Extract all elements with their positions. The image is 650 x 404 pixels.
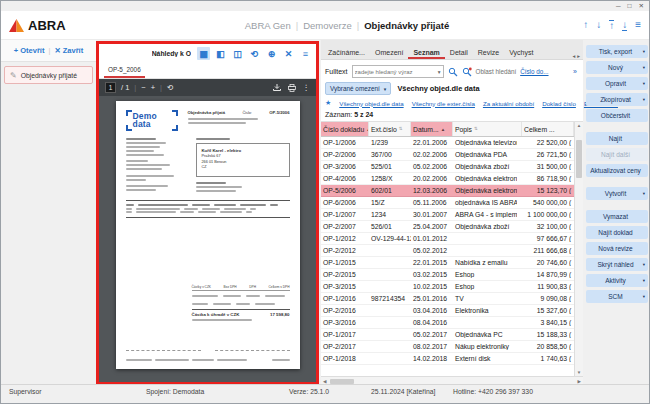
table-row[interactable]: OP-1/2012OV-129-44-1201.01.201297 666,67… [321, 233, 574, 245]
tab-1[interactable]: Začínáme... [323, 45, 370, 59]
maximize-button[interactable]: □ [628, 2, 632, 10]
sidebar-button[interactable]: Tisk, export▾ [586, 45, 648, 58]
table-row[interactable]: OP-2/201708.02.2017Nákup elektroniky20 8… [321, 341, 574, 353]
table-row[interactable]: OP-1/201698721435425.01.2016TV9 090,08( [321, 293, 574, 305]
table-row[interactable]: OP-1/201705.02.2017Objednávka PC15 188,3… [321, 329, 574, 341]
tab-4[interactable]: Detail [445, 45, 473, 59]
sidebar-button[interactable]: Vymazat [586, 210, 648, 223]
image-preview-icon[interactable]: ▦ [197, 47, 210, 60]
rotate-page-icon[interactable]: ⟲ [167, 83, 173, 92]
table-row[interactable]: OP-2/2006367/0002.02.2006Objednávka PDA2… [321, 149, 574, 161]
zoom-out-button[interactable]: − [141, 83, 145, 92]
scroll-up-icon[interactable]: ▲ [575, 123, 583, 128]
sidebar-button[interactable]: Zkopírovat▾ [586, 93, 648, 106]
move-down-icon[interactable]: ↓ [596, 20, 601, 30]
main-area: + Otevřít | ✕ Zavřít ✎ Objednávky přijat… [1, 40, 649, 386]
move-first-icon[interactable]: ↑ [609, 20, 614, 31]
move-last-icon[interactable]: ↓ [622, 20, 627, 31]
split-left-icon[interactable]: ◧ [214, 47, 227, 60]
quick-link[interactable]: Doklad číslo [542, 100, 576, 107]
scrollbar-thumb[interactable] [576, 140, 582, 178]
tab-prev-icon[interactable]: ◂ [572, 53, 575, 59]
preview-document-tab[interactable]: OP-5_2006 [104, 63, 145, 78]
column-header[interactable]: Popis⇅ [453, 122, 522, 136]
header-nav-icons: ↑↓↑↓≡ [555, 20, 641, 31]
column-header[interactable]: Datum...▲ [411, 122, 453, 136]
table-row[interactable]: OP-1/2007123430.01.2007ABRA G4 - s imple… [321, 209, 574, 221]
table-row[interactable]: OP-2/201205.02.2012211 666,68( [321, 245, 574, 257]
search-area-link[interactable]: Číslo do... [520, 68, 548, 75]
minimize-button[interactable]: ─ [616, 2, 621, 10]
menu-icon[interactable]: ≡ [299, 47, 312, 60]
tab-5[interactable]: Revize [473, 45, 504, 59]
cell: 987214354 [369, 295, 411, 302]
column-label: Popis [455, 126, 472, 133]
tab-next-icon[interactable]: ▸ [577, 53, 580, 59]
sidebar-button[interactable]: SCM▾ [586, 290, 648, 303]
column-header[interactable]: Celkem ... [522, 122, 574, 136]
sidebar-button[interactable]: Aktualizovat ceny [586, 164, 648, 177]
tab-2[interactable]: Omezení [370, 45, 408, 59]
cell: 02.02.2006 [411, 151, 453, 158]
preview-toolbar: Náhledy k O ▦◧◫⟲⊕✕≡ [99, 44, 316, 63]
quick-link[interactable]: Všechny dle exter.čísla [412, 100, 475, 107]
sidebar-button[interactable]: Skrýt náhled▾ [586, 258, 648, 271]
close-button[interactable]: ✕ [639, 2, 644, 10]
sidebar-button[interactable]: Nový▾ [586, 61, 648, 74]
table-row[interactable]: OP-1/20061/23922.01.2006Objednávka telev… [321, 137, 574, 149]
search-next-icon[interactable] [462, 67, 472, 77]
open-agenda-button[interactable]: + Otevřít [14, 46, 45, 55]
table-row[interactable]: OP-1/201522.01.2015Nabídka z emailu20 74… [321, 257, 574, 269]
sidebar-button[interactable]: Nová revize [586, 242, 648, 255]
table-row[interactable]: OP-3/201608.04.20163 840,15( [321, 317, 574, 329]
table-row[interactable]: OP-5/2006602/0112.03.2006Objednávka elek… [321, 185, 574, 197]
toolbar-separator: | [48, 46, 50, 55]
chevron-down-icon: ▾ [643, 49, 645, 54]
page-number-input[interactable]: 1 [105, 82, 116, 93]
download-icon[interactable] [273, 84, 281, 92]
sidebar-button[interactable]: Aktivity▾ [586, 274, 648, 287]
zoom-in-button[interactable]: + [151, 83, 155, 92]
agenda-list-item[interactable]: ✎ Objednávky přijaté [4, 66, 93, 84]
restriction-dropdown[interactable]: Vybrané omezení ▾ [325, 82, 391, 95]
sidebar-button[interactable]: Občerstvit [586, 109, 648, 122]
status-hotline: Hotline: +420 296 397 330 [453, 388, 533, 395]
breadcrumb-separator: | [357, 20, 359, 31]
more-options-icon[interactable]: ⋮ [303, 83, 311, 92]
table-row[interactable]: OP-2/2007526/0125.04.2007Objednávka zbož… [321, 221, 574, 233]
tab-6[interactable]: Vychyst [504, 45, 538, 59]
quick-link[interactable]: Všechny objed.dle data [339, 100, 403, 107]
sidebar-button[interactable]: Opravit▾ [586, 77, 648, 90]
table-row[interactable]: OP-3/201510.02.2015Eshop11 900,83( [321, 281, 574, 293]
chevron-down-icon[interactable]: ▾ [438, 69, 443, 75]
globe-icon[interactable]: ⊕ [265, 47, 278, 60]
print-icon[interactable] [288, 84, 296, 92]
table-row[interactable]: OP-4/20061258/X20.02.2006Objednávka elek… [321, 173, 574, 185]
close-agenda-button[interactable]: ✕ Zavřít [54, 46, 83, 55]
fulltext-input[interactable] [353, 69, 438, 75]
search-icon[interactable] [448, 67, 458, 77]
move-up-icon[interactable]: ↑ [583, 20, 588, 30]
table-row[interactable]: OP-3/2006525/0105.02.2006Objednávka zbož… [321, 161, 574, 173]
column-header[interactable]: Číslo dokladu▲ [321, 122, 369, 136]
quick-link[interactable]: Za aktuální období [483, 100, 534, 107]
close-icon[interactable]: ✕ [282, 47, 295, 60]
column-header[interactable]: Ext.číslo⇅ [369, 122, 411, 136]
sidebar-button[interactable]: Najít [586, 132, 648, 145]
table-row[interactable]: OP-2/201503.02.2015Eshop14 870,99( [321, 269, 574, 281]
scroll-down-icon[interactable]: ▼ [575, 370, 583, 375]
rotate-icon[interactable]: ⟲ [248, 47, 261, 60]
more-link[interactable]: » [573, 68, 579, 75]
favorite-star-icon[interactable]: ★ [325, 99, 331, 107]
split-columns-icon[interactable]: ◫ [231, 47, 244, 60]
table-row[interactable]: OP-6/200615/Z05.11.2006objednávka IS ABR… [321, 197, 574, 209]
menu-icon[interactable]: ≡ [635, 20, 641, 30]
cell: 31 500,00 [517, 163, 569, 170]
table-row[interactable]: OP-1/201814.02.2018Externí disk1 740,63( [321, 353, 574, 365]
table-row[interactable]: OP-2/201603.04.2016Elektronika15 327,60( [321, 305, 574, 317]
vertical-scrollbar[interactable]: ▲ ▼ [574, 122, 583, 376]
status-version: Verze: 25.1.0 [289, 388, 329, 395]
sidebar-button[interactable]: Vytvořit▾ [586, 187, 648, 200]
tab-3[interactable]: Seznam [408, 45, 444, 59]
sidebar-button[interactable]: Najít doklad [586, 226, 648, 239]
